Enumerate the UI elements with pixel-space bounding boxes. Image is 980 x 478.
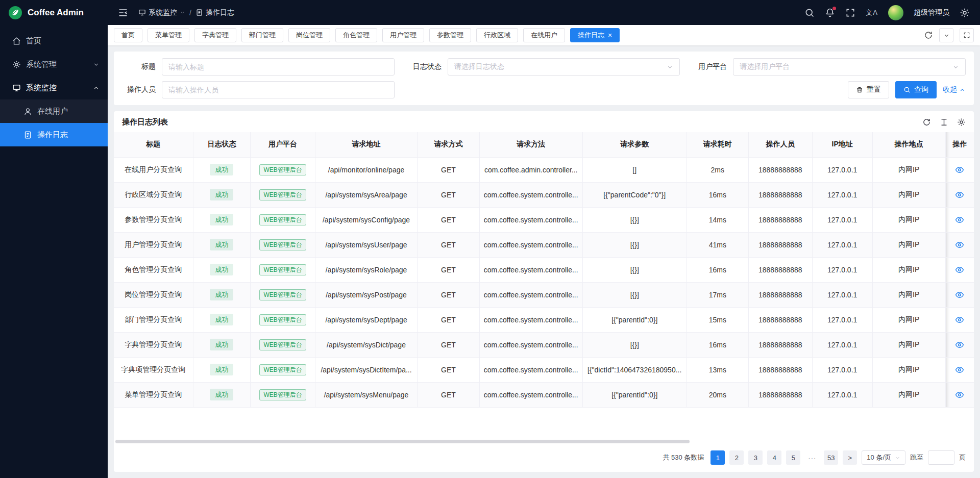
cell-params: [{}] xyxy=(582,332,687,357)
view-detail-eye-icon[interactable] xyxy=(955,165,964,174)
tab-在线用户[interactable]: 在线用户 xyxy=(523,28,565,42)
cell-location: 内网IP xyxy=(872,382,945,407)
tab-角色管理[interactable]: 角色管理 xyxy=(335,28,377,42)
cell-function: com.coffee.system.controlle... xyxy=(479,282,582,307)
view-detail-eye-icon[interactable] xyxy=(955,340,964,349)
view-detail-eye-icon[interactable] xyxy=(955,390,964,399)
view-detail-eye-icon[interactable] xyxy=(955,190,964,199)
next-page-button[interactable]: > xyxy=(843,450,857,465)
page-button-1[interactable]: 1 xyxy=(710,450,725,465)
cell-action xyxy=(945,207,974,232)
reset-button[interactable]: 重置 xyxy=(848,81,889,98)
tab-行政区域[interactable]: 行政区域 xyxy=(476,28,518,42)
page-button-5[interactable]: 5 xyxy=(786,450,800,465)
status-tag: 成功 xyxy=(210,314,233,325)
view-detail-eye-icon[interactable] xyxy=(955,215,964,224)
cell-operator: 18888888888 xyxy=(748,257,812,282)
tab-操作日志[interactable]: 操作日志× xyxy=(570,28,620,42)
platform-tag: WEB管理后台 xyxy=(259,364,306,375)
sidebar-item-online-users[interactable]: 在线用户 xyxy=(0,99,108,123)
page-button-53[interactable]: 53 xyxy=(824,450,838,465)
log-status-select[interactable]: 请选择日志状态 xyxy=(448,58,680,76)
view-detail-eye-icon[interactable] xyxy=(955,290,964,299)
tab-菜单管理[interactable]: 菜单管理 xyxy=(148,28,189,42)
column-header: 操作 xyxy=(945,132,974,157)
pagination-pages: 12345···53 xyxy=(710,450,838,465)
cell-platform: WEB管理后台 xyxy=(251,332,315,357)
list-header: 操作日志列表 xyxy=(114,111,974,132)
header-actions: 文A 超级管理员 xyxy=(804,5,970,20)
cell-method: GET xyxy=(418,257,479,282)
tab-字典管理[interactable]: 字典管理 xyxy=(194,28,236,42)
menu-fold-icon[interactable] xyxy=(118,8,128,18)
tab-首页[interactable]: 首页 xyxy=(114,28,142,42)
tab-用户管理[interactable]: 用户管理 xyxy=(382,28,424,42)
refresh-icon[interactable] xyxy=(924,31,933,40)
breadcrumb-item-system-monitor[interactable]: 系统监控 xyxy=(138,8,185,17)
page-button-3[interactable]: 3 xyxy=(748,450,763,465)
title-input[interactable] xyxy=(162,58,395,76)
cell-url: /api/system/sysArea/page xyxy=(315,182,418,207)
view-detail-eye-icon[interactable] xyxy=(955,315,964,324)
header: 系统监控 / 操作日志 xyxy=(108,0,980,25)
operator-input[interactable] xyxy=(162,81,395,98)
avatar[interactable] xyxy=(888,5,903,20)
settings-gear-icon[interactable] xyxy=(960,8,970,18)
filter-operator-label: 操作人员 xyxy=(122,85,162,94)
gear-icon xyxy=(12,60,21,69)
sidebar-item-label: 系统管理 xyxy=(26,60,57,69)
tab-部门管理[interactable]: 部门管理 xyxy=(241,28,283,42)
jump-page-input[interactable] xyxy=(928,450,954,465)
cell-params: [] xyxy=(582,157,687,182)
breadcrumb-label: 系统监控 xyxy=(149,8,177,17)
cell-ip: 127.0.0.1 xyxy=(812,157,872,182)
tab-close-icon[interactable]: × xyxy=(608,32,612,39)
user-platform-select[interactable]: 请选择用户平台 xyxy=(733,58,966,76)
cell-function: com.coffee.system.controlle... xyxy=(479,382,582,407)
notification-bell-icon[interactable] xyxy=(825,8,835,18)
fullscreen-icon[interactable] xyxy=(845,8,855,18)
page-size-select[interactable]: 10 条/页 xyxy=(862,450,905,465)
sidebar-item-system-management[interactable]: 系统管理 xyxy=(0,53,108,76)
sidebar-item-operation-logs[interactable]: 操作日志 xyxy=(0,123,108,146)
search-icon xyxy=(903,86,911,93)
page-button-4[interactable]: 4 xyxy=(767,450,781,465)
translate-icon[interactable]: 文A xyxy=(866,8,878,17)
refresh-icon[interactable] xyxy=(922,118,931,127)
query-button[interactable]: 查询 xyxy=(895,81,937,98)
cell-duration: 16ms xyxy=(687,182,748,207)
collapse-filter-link[interactable]: 收起 xyxy=(943,85,966,94)
brand-name: Coffee Admin xyxy=(28,8,84,18)
home-icon xyxy=(12,37,21,45)
page-button-2[interactable]: 2 xyxy=(729,450,744,465)
tab-参数管理[interactable]: 参数管理 xyxy=(429,28,471,42)
cell-ip: 127.0.0.1 xyxy=(812,257,872,282)
cell-url: /api/system/sysConfig/page xyxy=(315,207,418,232)
view-detail-eye-icon[interactable] xyxy=(955,365,964,374)
cell-ip: 127.0.0.1 xyxy=(812,182,872,207)
brand[interactable]: Coffee Admin xyxy=(0,0,108,25)
view-detail-eye-icon[interactable] xyxy=(955,240,964,249)
tab-bar: 首页菜单管理字典管理部门管理岗位管理角色管理用户管理参数管理行政区域在线用户操作… xyxy=(108,25,980,45)
column-header: 请求参数 xyxy=(582,132,687,157)
row-height-icon[interactable] xyxy=(940,118,948,127)
cell-title: 在线用户分页查询 xyxy=(114,157,193,182)
content-fullscreen-icon[interactable] xyxy=(960,28,974,42)
column-header: 用户平台 xyxy=(251,132,315,157)
tab-options-dropdown[interactable] xyxy=(939,28,953,42)
view-detail-eye-icon[interactable] xyxy=(955,265,964,274)
filter-status-label: 日志状态 xyxy=(408,62,448,71)
sidebar-item-system-monitor[interactable]: 系统监控 xyxy=(0,76,108,99)
cell-function: com.coffee.system.controlle... xyxy=(479,182,582,207)
tab-岗位管理[interactable]: 岗位管理 xyxy=(288,28,330,42)
cell-platform: WEB管理后台 xyxy=(251,257,315,282)
cell-platform: WEB管理后台 xyxy=(251,282,315,307)
username[interactable]: 超级管理员 xyxy=(914,8,949,17)
search-icon[interactable] xyxy=(804,8,815,18)
cell-operator: 18888888888 xyxy=(748,232,812,257)
app: Coffee Admin 首页 系统管理 xyxy=(0,0,980,478)
horizontal-scrollbar-thumb[interactable] xyxy=(115,440,690,443)
breadcrumb-item-operation-logs[interactable]: 操作日志 xyxy=(195,8,234,17)
sidebar-item-home[interactable]: 首页 xyxy=(0,29,108,53)
column-settings-gear-icon[interactable] xyxy=(957,118,966,127)
